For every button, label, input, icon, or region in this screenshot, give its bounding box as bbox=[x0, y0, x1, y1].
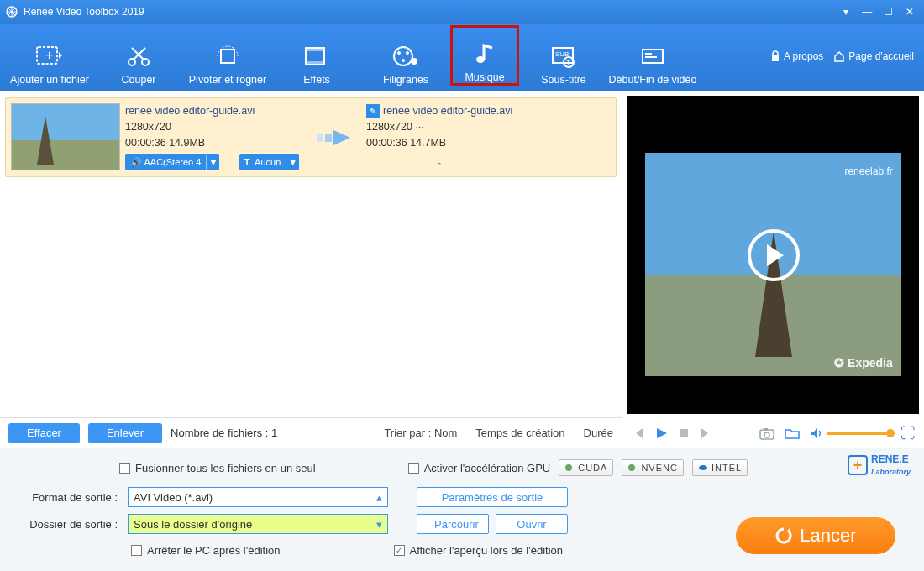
arrow-icon bbox=[311, 125, 361, 150]
toolbar-music[interactable]: Musique bbox=[450, 25, 519, 86]
toolbar-cut[interactable]: Couper bbox=[94, 25, 183, 86]
gpu-badge-cuda: CUDA bbox=[559, 459, 613, 476]
clear-button[interactable]: Effacer bbox=[8, 423, 80, 443]
svg-point-27 bbox=[764, 432, 769, 437]
svg-rect-24 bbox=[325, 134, 332, 142]
lock-icon bbox=[770, 50, 780, 62]
sort-by-duration[interactable]: Durée bbox=[584, 427, 613, 439]
watermark-icon bbox=[391, 42, 420, 71]
app-logo-icon bbox=[5, 5, 18, 18]
svg-rect-23 bbox=[317, 134, 323, 142]
next-button[interactable] bbox=[700, 427, 713, 440]
subtitle-dropdown[interactable]: T Aucun ▼ bbox=[239, 154, 299, 170]
svg-rect-22 bbox=[772, 55, 779, 61]
output-filename[interactable]: ✎ renee video editor-guide.avi bbox=[366, 103, 512, 119]
subtitle-icon: SUBT bbox=[549, 42, 578, 71]
volume-slider[interactable] bbox=[827, 432, 890, 435]
toolbar-label: Effets bbox=[303, 74, 330, 86]
svg-point-30 bbox=[628, 464, 635, 471]
preview-brand: ✪ Expedia bbox=[834, 356, 893, 369]
source-filename[interactable]: renee video editor-guide.avi bbox=[125, 103, 306, 119]
fullscreen-button[interactable]: ⛶ bbox=[900, 425, 916, 443]
show-preview-checkbox[interactable]: ✓Afficher l'aperçu lors de l'édition bbox=[394, 544, 564, 557]
svg-point-31 bbox=[699, 465, 707, 470]
brand-logo: + RENE.ELaboratory bbox=[848, 453, 911, 477]
title-dropdown-icon[interactable]: ▾ bbox=[837, 5, 855, 18]
home-icon bbox=[833, 50, 845, 62]
svg-rect-7 bbox=[306, 48, 324, 51]
toolbar-effects[interactable]: Effets bbox=[272, 25, 361, 86]
audio-track-dropdown[interactable]: 🔊 AAC(Stereo 4 ▼ bbox=[125, 154, 219, 170]
toolbar-label: Sous-titre bbox=[541, 74, 586, 86]
sort-label: Trier par : Nom bbox=[384, 427, 457, 439]
toolbar-label: Couper bbox=[122, 74, 156, 86]
output-resolution: 1280x720 ··· bbox=[366, 119, 512, 135]
format-label: Format de sortie : bbox=[12, 491, 121, 504]
preview-video[interactable]: reneelab.fr ✪ Expedia bbox=[627, 96, 919, 414]
gpu-accel-checkbox[interactable]: Activer l'accélération GPU bbox=[408, 462, 551, 474]
effects-icon bbox=[302, 42, 331, 71]
toolbar-label: Musique bbox=[465, 71, 504, 83]
shutdown-checkbox[interactable]: Arrêter le PC après l'édition bbox=[131, 544, 281, 557]
svg-text:T: T bbox=[566, 59, 570, 66]
homepage-link[interactable]: Page d'accueil bbox=[828, 50, 919, 62]
gpu-badge-intel: INTEL bbox=[692, 459, 748, 476]
output-extra: - bbox=[366, 155, 512, 171]
about-link[interactable]: A propos bbox=[765, 50, 828, 62]
open-button[interactable]: Ouvrir bbox=[496, 514, 568, 534]
toolbar-subtitle[interactable]: SUBT Sous-titre bbox=[519, 25, 608, 86]
toolbar-rotate-crop[interactable]: Pivoter et rogner bbox=[183, 25, 272, 86]
window-title: Renee Video Toolbox 2019 bbox=[24, 6, 144, 18]
browse-button[interactable]: Parcourir bbox=[417, 514, 489, 534]
output-duration-size: 00:00:36 14.7MB bbox=[366, 135, 512, 151]
refresh-icon bbox=[774, 526, 793, 545]
crop-rotate-icon bbox=[213, 42, 242, 71]
svg-point-12 bbox=[402, 59, 405, 62]
edit-icon[interactable]: ✎ bbox=[366, 104, 380, 118]
remove-button[interactable]: Enlever bbox=[88, 423, 162, 443]
minimize-button[interactable]: — bbox=[858, 5, 876, 18]
toolbar-begin-end[interactable]: Début/Fin de vidéo bbox=[608, 25, 697, 86]
volume-icon[interactable] bbox=[810, 427, 823, 440]
toolbar-label: Filigranes bbox=[383, 74, 428, 86]
prev-button[interactable] bbox=[631, 427, 644, 440]
about-label: A propos bbox=[784, 50, 823, 62]
folder-label: Dossier de sortie : bbox=[12, 518, 121, 531]
toolbar-watermarks[interactable]: Filigranes bbox=[361, 25, 450, 86]
music-note-icon bbox=[470, 39, 499, 68]
svg-rect-8 bbox=[306, 61, 324, 65]
sort-by-time[interactable]: Temps de création bbox=[475, 427, 564, 439]
svg-point-29 bbox=[565, 464, 572, 471]
file-count-label: Nombre de fichiers : 1 bbox=[171, 427, 277, 439]
snapshot-button[interactable] bbox=[759, 427, 774, 440]
svg-rect-5 bbox=[221, 50, 234, 63]
output-format-combo[interactable]: AVI Video (*.avi)▴ bbox=[128, 487, 388, 507]
output-folder-combo[interactable]: Sous le dossier d'origine▾ bbox=[128, 514, 388, 534]
launch-button[interactable]: Lancer bbox=[736, 517, 895, 554]
play-overlay-button[interactable] bbox=[748, 229, 800, 281]
scissors-icon bbox=[124, 42, 153, 71]
sort-by-name[interactable]: Nom bbox=[434, 427, 457, 439]
add-file-icon: + bbox=[35, 42, 64, 71]
preview-watermark: reneelab.fr bbox=[844, 165, 892, 177]
toolbar-add-file[interactable]: + Ajouter un fichier bbox=[5, 25, 94, 86]
merge-files-checkbox[interactable]: Fusionner tous les fichiers en un seul bbox=[119, 462, 316, 474]
toolbar-label: Pivoter et rogner bbox=[189, 74, 266, 86]
source-thumbnail[interactable] bbox=[11, 103, 120, 170]
gpu-badge-nvenc: NVENC bbox=[622, 459, 684, 476]
output-params-button[interactable]: Paramètres de sortie bbox=[417, 487, 568, 507]
stop-button[interactable] bbox=[678, 427, 690, 439]
begin-end-icon bbox=[638, 42, 667, 71]
svg-rect-28 bbox=[764, 428, 768, 431]
file-row[interactable]: renee video editor-guide.avi 1280x720 00… bbox=[5, 97, 617, 177]
svg-point-11 bbox=[406, 51, 409, 55]
svg-rect-20 bbox=[645, 53, 652, 55]
play-button[interactable] bbox=[654, 427, 668, 440]
maximize-button[interactable]: ☐ bbox=[879, 5, 898, 18]
close-button[interactable]: ✕ bbox=[900, 5, 919, 18]
svg-point-10 bbox=[397, 51, 401, 55]
svg-point-9 bbox=[394, 47, 412, 65]
open-folder-button[interactable] bbox=[785, 427, 800, 440]
source-duration-size: 00:00:36 14.9MB bbox=[125, 135, 306, 151]
svg-rect-25 bbox=[680, 429, 688, 437]
